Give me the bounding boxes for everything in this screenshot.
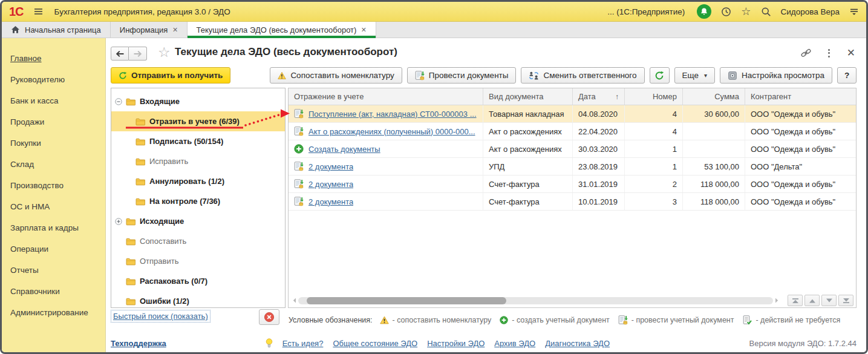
sidebar-item-os-nma[interactable]: ОС и НМА [10, 196, 105, 217]
tree-item-fix[interactable]: Исправить [111, 151, 285, 171]
column-header-reflection[interactable]: Отражение в учете [289, 88, 483, 105]
service-menu-icon[interactable] [849, 7, 859, 16]
refresh-button[interactable] [650, 67, 670, 84]
idea-bulb-icon [266, 338, 273, 348]
go-first-button[interactable] [788, 295, 803, 306]
sidebar-item-purchases[interactable]: Покупки [10, 133, 105, 154]
column-header-counterparty[interactable]: Контрагент [745, 88, 856, 105]
sidebar-item-main[interactable]: Главное [10, 48, 105, 69]
sidebar-item-directories[interactable]: Справочники [10, 281, 105, 302]
table-row[interactable]: Акт о расхождениях (полученный) 0000-000… [289, 123, 856, 140]
document-link[interactable]: 2 документа [308, 197, 353, 206]
match-nomenclature-button[interactable]: Сопоставить номенклатуру [270, 67, 402, 84]
scroll-left-icon[interactable] [291, 298, 298, 303]
table-row[interactable]: Создать документы Акт о расхождениях 30.… [289, 140, 856, 158]
counterparty-cell: ООО "Одежда и обувь" [745, 140, 856, 157]
tree-item-incoming[interactable]: Входящие [111, 91, 285, 111]
close-form-icon[interactable]: ✕ [847, 48, 855, 58]
tab-info[interactable]: Информация × [111, 22, 188, 38]
document-link[interactable]: 2 документа [308, 180, 353, 189]
sidebar-item-bank-cash[interactable]: Банк и касса [10, 90, 105, 111]
edo-diagnostics-link[interactable]: Диагностика ЭДО [545, 339, 610, 348]
edo-status-link[interactable]: Общее состояние ЭДО [333, 339, 417, 348]
notifications-bell-icon[interactable] [697, 4, 711, 19]
close-icon[interactable]: × [361, 25, 366, 34]
link-icon[interactable] [801, 48, 811, 58]
sidebar-item-sales[interactable]: Продажи [10, 111, 105, 133]
collapse-icon[interactable] [115, 98, 123, 105]
document-link[interactable]: Акт о расхождениях (полученный) 0000-000… [308, 127, 475, 136]
document-link[interactable]: Создать документы [308, 145, 380, 154]
refresh-icon [119, 71, 127, 80]
go-down-button[interactable] [821, 295, 837, 306]
column-header-date[interactable]: Дата↑ [573, 88, 625, 105]
tree-item-match[interactable]: Сопоставить [111, 231, 285, 251]
scrollbar-thumb[interactable] [307, 297, 506, 304]
edo-settings-link[interactable]: Настройки ЭДО [427, 339, 485, 348]
close-icon[interactable]: × [172, 25, 177, 34]
tree-item-unpack[interactable]: Распаковать (0/7) [111, 271, 285, 291]
main-menu-icon[interactable] [33, 7, 44, 16]
document-link[interactable]: Поступление (акт, накладная) СТ00-000003… [308, 110, 477, 119]
sidebar-item-reports[interactable]: Отчеты [10, 260, 105, 281]
table-row[interactable]: 2 документа УПД 23.08.2019 1 53 100,00 О… [289, 158, 856, 175]
tab-home[interactable]: Начальная страница [2, 22, 111, 38]
arrow-right-icon [133, 50, 143, 57]
go-up-button[interactable] [804, 295, 820, 306]
send-receive-button[interactable]: Отправить и получить [111, 67, 230, 84]
sidebar-item-warehouse[interactable]: Склад [10, 154, 105, 175]
view-settings-button[interactable]: Настройка просмотра [720, 67, 832, 84]
forward-button[interactable] [129, 47, 147, 61]
sidebar-item-production[interactable]: Производство [10, 175, 105, 196]
more-button[interactable]: Еще▾ [674, 67, 716, 84]
sidebar-item-operations[interactable]: Операции [10, 238, 105, 260]
legend: Условные обозначения: - сопоставить номе… [289, 315, 860, 325]
favorites-star-icon[interactable]: ☆ [741, 6, 751, 17]
table-row[interactable]: Поступление (акт, накладная) СТ00-000003… [289, 105, 856, 123]
document-link[interactable]: 2 документа [308, 162, 353, 171]
column-header-sum[interactable]: Сумма [683, 88, 745, 105]
tree-item-on-control[interactable]: На контроле (7/36) [111, 191, 285, 211]
search-icon[interactable] [761, 7, 771, 17]
sidebar-item-administration[interactable]: Администрирование [10, 302, 105, 323]
history-icon[interactable] [721, 7, 731, 17]
tree-item-errors[interactable]: Ошибки (1/2) [111, 291, 285, 308]
idea-link[interactable]: Есть идея? [282, 339, 324, 348]
edo-archive-link[interactable]: Архив ЭДО [494, 339, 535, 348]
tree-item-annul[interactable]: Аннулировать (1/2) [111, 171, 285, 191]
favorite-star-icon[interactable]: ☆ [158, 44, 171, 61]
tab-edo-current[interactable]: Текущие дела ЭДО (весь документооборот) … [188, 22, 376, 38]
kebab-menu-icon[interactable] [828, 49, 830, 57]
clear-filter-button[interactable] [259, 309, 279, 325]
quick-search-link[interactable]: Быстрый поиск (показать) [111, 310, 210, 323]
go-last-button[interactable] [838, 295, 853, 306]
column-header-number[interactable]: Номер [625, 88, 683, 105]
create-document-icon [294, 144, 304, 154]
sidebar-item-manager[interactable]: Руководителю [10, 69, 105, 90]
sidebar-item-salary-hr[interactable]: Зарплата и кадры [10, 217, 105, 238]
doc-type-cell: Счет-фактура [483, 175, 573, 192]
table-row[interactable]: 2 документа Счет-фактура 31.01.2019 2 11… [289, 175, 856, 193]
support-link[interactable]: Техподдержка [111, 339, 166, 348]
current-user[interactable]: Сидорова Вера [781, 7, 840, 16]
column-header-doc-type[interactable]: Вид документа [483, 88, 573, 105]
help-button[interactable]: ? [837, 67, 857, 84]
post-document-icon [294, 109, 304, 119]
tab-info-label: Информация [120, 25, 168, 34]
number-cell: 4 [625, 105, 683, 122]
table-row[interactable]: 2 документа Счет-фактура 10.01.2019 3 11… [289, 193, 856, 211]
change-responsible-button[interactable]: Сменить ответственного [521, 67, 644, 84]
date-cell: 04.08.2020 [573, 105, 625, 122]
horizontal-scrollbar[interactable] [298, 297, 773, 304]
tree-item-reflect-in-accounting[interactable]: Отразить в учете (6/39) [111, 111, 285, 131]
tree-item-outgoing[interactable]: Исходящие [111, 211, 285, 231]
tree-item-sign[interactable]: Подписать (50/154) [111, 131, 285, 151]
back-button[interactable] [111, 47, 129, 61]
sum-cell [683, 123, 745, 140]
expand-icon[interactable] [115, 218, 123, 225]
tree-item-send[interactable]: Отправить [111, 251, 285, 271]
scroll-right-icon[interactable] [773, 298, 780, 303]
counterparty-cell: ООО "Одежда и обувь" [745, 105, 856, 122]
post-documents-button[interactable]: Провести документы [407, 67, 517, 84]
session-label: ... (1С:Предприятие) [607, 7, 685, 16]
